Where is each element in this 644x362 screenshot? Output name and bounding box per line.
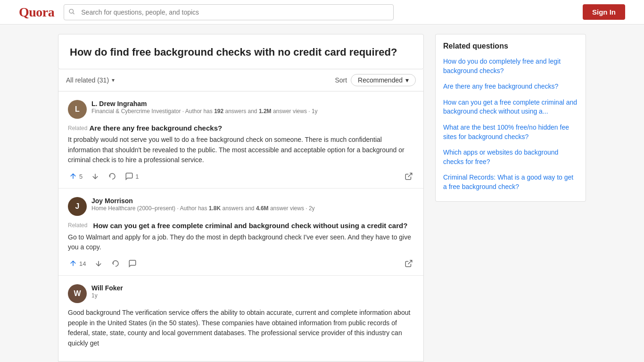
search-bar [64,4,394,20]
author-row: J Joy Morrison Home Healthcare (2000–pre… [68,197,414,216]
related-questions-box: Related questions How do you do complete… [435,34,586,202]
related-questions-title: Related questions [443,42,578,50]
avatar: W [68,284,87,303]
related-question-link[interactable]: What are the best 100% free/no hidden fe… [443,123,578,141]
sort-wrap: Sort Recommended ▾ [335,74,416,86]
share-rotate-button[interactable] [107,171,117,181]
svg-line-1 [73,12,74,14]
question-title: How do find free background checks with … [70,46,412,59]
header: Quora Sign In [0,0,644,25]
chevron-down-icon: ▾ [405,76,409,84]
answer-card: W Will Foker 1y Good background The veri… [58,275,423,361]
upvote-button[interactable]: 14 [68,258,87,269]
answer-card: J Joy Morrison Home Healthcare (2000–pre… [58,188,423,275]
author-name[interactable]: Joy Morrison [91,197,414,205]
share-rotate-button[interactable] [110,258,121,269]
main-layout: How do find free background checks with … [49,25,595,362]
all-related-dropdown[interactable]: All related (31) ▾ [66,76,115,84]
avatar: L [68,100,87,119]
main-content: How do find free background checks with … [58,34,424,362]
downvote-button[interactable] [90,171,100,181]
answer-text: It probably would not serve you well to … [68,135,414,165]
share-button[interactable] [404,258,414,269]
author-row: L L. Drew Ingraham Financial & Cybercrim… [68,100,414,119]
share-button[interactable] [404,171,414,181]
author-info: L. Drew Ingraham Financial & Cybercrime … [91,100,414,115]
related-question-link[interactable]: Which apps or websites do background che… [443,148,578,166]
related-label: Related [68,222,87,229]
action-bar: 5 1 [68,171,414,181]
author-info: Will Foker 1y [91,284,414,300]
related-question-link[interactable]: Are there any free background checks? [89,124,222,132]
svg-point-0 [69,9,73,13]
answer-text: Good background The verification service… [68,308,414,349]
sort-label: Sort [335,76,347,84]
answers-container: L L. Drew Ingraham Financial & Cybercrim… [58,91,424,362]
sidebar: Related questions How do you do complete… [435,34,586,362]
search-input[interactable] [64,4,394,20]
answer-text: Go to Walmart and apply for a job. They … [68,232,414,253]
author-name[interactable]: L. Drew Ingraham [91,100,414,107]
related-question-link[interactable]: Criminal Records: What is a good way to … [443,173,578,191]
recommended-label: Recommended [358,76,403,84]
logo[interactable]: Quora [19,5,54,20]
related-label: Related [68,125,87,132]
answer-card: L L. Drew Ingraham Financial & Cybercrim… [58,91,423,189]
related-question-link[interactable]: How can you get a free complete criminal… [443,98,578,116]
comment-button[interactable]: 1 [124,171,140,181]
comment-button[interactable] [127,258,138,269]
author-row: W Will Foker 1y [68,284,414,303]
related-question-link[interactable]: How do you do completely free and legit … [443,57,578,75]
author-meta: Home Healthcare (2000–present) · Author … [91,205,414,213]
recommended-dropdown[interactable]: Recommended ▾ [351,74,416,86]
filter-bar: All related (31) ▾ Sort Recommended ▾ [58,69,424,91]
upvote-count: 5 [79,173,83,180]
author-meta: Financial & Cybercrime Investigator · Au… [91,107,414,115]
header-right: Sign In [583,4,625,20]
related-tag: Related Are there any free background ch… [68,124,222,132]
question-box: How do find free background checks with … [58,34,424,69]
related-question-link[interactable]: How can you get a free complete criminal… [93,222,408,230]
all-related-label: All related (31) [66,76,109,84]
chevron-down-icon: ▾ [112,77,115,83]
upvote-count: 14 [79,260,86,267]
author-info: Joy Morrison Home Healthcare (2000–prese… [91,197,414,213]
related-question-link[interactable]: Are there any free background checks? [443,82,578,91]
comment-count: 1 [135,173,139,180]
upvote-button[interactable]: 5 [68,171,83,181]
sign-in-button[interactable]: Sign In [583,4,625,20]
downvote-button[interactable] [93,258,104,269]
author-meta: 1y [91,292,414,300]
action-bar: 14 [68,258,414,269]
author-name[interactable]: Will Foker [91,284,414,292]
search-icon [68,8,75,16]
related-tag: Related How can you get a free complete … [68,222,407,230]
avatar: J [68,197,87,216]
